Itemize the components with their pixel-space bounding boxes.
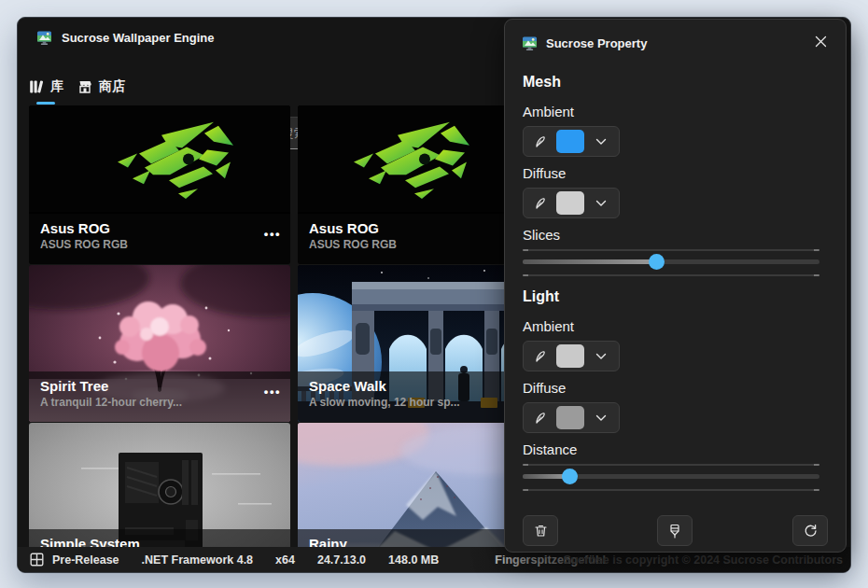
- panel-app-icon: [522, 35, 538, 51]
- card-title: Spirit Tree: [40, 377, 279, 395]
- pen-icon: [534, 412, 547, 425]
- slider-track[interactable]: [523, 474, 819, 479]
- pen-icon: [534, 197, 547, 210]
- light-diffuse-swatch[interactable]: [556, 406, 584, 429]
- color-dropdown-button[interactable]: [584, 127, 617, 156]
- status-memory: 148.0 MB: [388, 553, 439, 567]
- mesh-ambient-color-control: [523, 126, 620, 157]
- trash-icon: [534, 524, 548, 538]
- light-diffuse-color-control: [523, 402, 620, 433]
- mesh-ambient-swatch[interactable]: [556, 130, 584, 153]
- beta-grid-icon: [30, 553, 44, 567]
- more-options-icon[interactable]: •••: [264, 385, 281, 399]
- chevron-down-icon: [595, 138, 607, 146]
- reset-button[interactable]: [792, 515, 828, 546]
- mesh-section-header: Mesh: [523, 74, 561, 91]
- status-version: 24.7.13.0: [317, 553, 366, 567]
- close-button[interactable]: [805, 27, 836, 55]
- chevron-down-icon: [595, 353, 607, 360]
- status-copyright: Sucrose is copyright © 2024 Sucrose Cont…: [563, 553, 843, 567]
- pen-button[interactable]: [524, 189, 556, 217]
- pen-icon: [534, 350, 547, 363]
- mesh-ambient-label: Ambient: [523, 104, 574, 119]
- color-dropdown-button[interactable]: [584, 189, 617, 217]
- mesh-diffuse-color-control: [523, 188, 620, 218]
- slices-label: Slices: [523, 227, 560, 243]
- asus-rog-thumbnail: [29, 105, 290, 212]
- property-panel: Sucrose Property Mesh Ambient Diffuse: [504, 19, 847, 553]
- slider-track[interactable]: [523, 259, 819, 264]
- slider-thumb[interactable]: [649, 254, 665, 270]
- light-section-header: Light: [523, 288, 559, 305]
- color-dropdown-button[interactable]: [584, 342, 617, 371]
- panel-title: Sucrose Property: [546, 36, 647, 50]
- status-release: Pre-Release: [52, 553, 119, 567]
- wallpaper-card[interactable]: Asus ROG ASUS ROG RGB •••: [29, 105, 290, 264]
- distance-slider[interactable]: [523, 462, 819, 494]
- slider-fill: [523, 259, 656, 264]
- slider-tick-line: [523, 464, 819, 466]
- chevron-down-icon: [595, 414, 607, 422]
- slider-thumb[interactable]: [562, 469, 578, 484]
- slider-tick-line: [523, 249, 819, 251]
- slider-tick-line: [523, 274, 819, 276]
- mesh-diffuse-label: Diffuse: [523, 165, 566, 181]
- light-ambient-label: Ambient: [523, 318, 574, 334]
- color-dropdown-button[interactable]: [584, 403, 617, 432]
- card-subtitle: A tranquil 12-hour cherry...: [40, 395, 279, 410]
- distance-label: Distance: [523, 441, 577, 457]
- pen-button[interactable]: [524, 403, 556, 432]
- close-icon: [815, 35, 827, 48]
- status-arch: x64: [275, 553, 295, 567]
- status-framework: .NET Framework 4.8: [142, 553, 254, 567]
- pen-icon: [534, 135, 547, 148]
- pen-button[interactable]: [524, 127, 556, 156]
- mesh-diffuse-swatch[interactable]: [556, 191, 584, 215]
- light-ambient-swatch[interactable]: [556, 344, 584, 368]
- light-diffuse-label: Diffuse: [523, 380, 566, 396]
- wallpaper-card[interactable]: Spirit Tree A tranquil 12-hour cherry...…: [29, 265, 290, 422]
- chevron-down-icon: [595, 200, 607, 207]
- pin-button[interactable]: [657, 515, 693, 546]
- slices-slider[interactable]: [523, 247, 819, 279]
- light-ambient-color-control: [523, 341, 620, 371]
- reset-icon: [804, 524, 818, 538]
- more-options-icon[interactable]: •••: [264, 227, 281, 241]
- pin-icon: [668, 524, 681, 539]
- card-subtitle: ASUS ROG RGB: [40, 237, 279, 252]
- delete-button[interactable]: [523, 515, 558, 546]
- card-title: Asus ROG: [40, 219, 279, 237]
- slider-tick-line: [523, 489, 819, 491]
- pen-button[interactable]: [524, 342, 556, 371]
